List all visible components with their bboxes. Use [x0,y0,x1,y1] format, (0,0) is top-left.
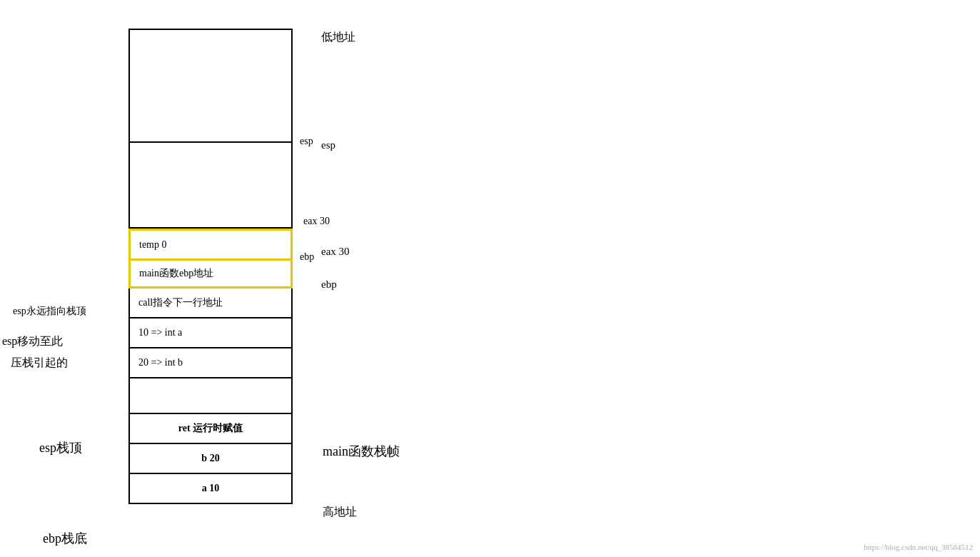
stack-cell-temp0: temp 0 [128,229,293,259]
esp-right-label: esp [321,139,335,151]
call-next-text: call指令下一行地址 [138,296,223,309]
int-a-text: 10 => int a [138,327,182,338]
stack-cell-empty-large [128,143,293,229]
temp0-text: temp 0 [139,239,167,251]
stack-cell-a10: a 10 [128,474,293,504]
high-address-label: 高地址 [323,505,357,520]
stack-cell-ret: ret 运行时赋值 [128,414,293,444]
eax-right-label: eax 30 [321,246,350,258]
int-b-text: 20 => int b [138,357,183,368]
a10-text: a 10 [202,483,220,494]
esp-moved-label: esp移动至此 [2,334,63,349]
esp-label: esp [300,136,313,147]
stack-cell-main-ebp: main函数ebp地址 [128,259,293,288]
b20-text: b 20 [201,453,219,464]
eax-line [128,227,293,229]
ret-text: ret 运行时赋值 [178,422,243,435]
watermark: https://blog.csdn.net/qq_38584512 [864,543,973,551]
low-address-label: 低地址 [321,30,355,45]
eax-label: eax 30 [303,216,330,227]
stack-cell-call-next: call指令下一行地址 [128,288,293,318]
stack-diagram: esp eax 30 temp 0 ebp main函数ebp地址 call指令… [128,29,293,504]
ebp-label: ebp [300,251,314,263]
ebp-bottom-label: ebp栈底 [43,530,87,547]
main-stack-frame-label: main函数栈帧 [323,443,400,460]
ebp-right-label: ebp [321,278,337,291]
stack-cell-b20: b 20 [128,444,293,474]
esp-top-label: esp栈顶 [39,439,82,456]
stack-cell-int-b: 20 => int b [128,348,293,378]
esp-pushed-label: 压栈引起的 [11,356,68,371]
stack-cell-empty-medium [128,378,293,414]
stack-top-open [128,29,293,143]
stack-cell-int-a: 10 => int a [128,318,293,348]
esp-forever-label: esp永远指向栈顶 [13,305,86,318]
main-ebp-text: main函数ebp地址 [139,267,213,280]
